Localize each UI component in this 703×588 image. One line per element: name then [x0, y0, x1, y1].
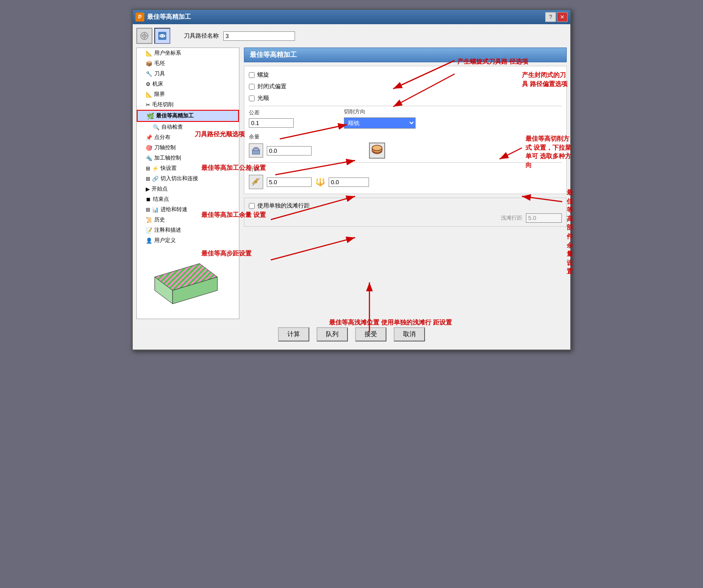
- smooth-checkbox[interactable]: [249, 95, 255, 101]
- scallop-icon: 🔱: [315, 177, 325, 187]
- window-title: 最佳等高精加工: [147, 13, 545, 21]
- component-allowance-annotation: 最佳等高部件余量 设置: [567, 188, 573, 276]
- smooth-annotation: 刀具路径光顺选项: [195, 130, 245, 139]
- preview-3d-shape: [141, 255, 226, 313]
- path-name-label: 刀具路径名称: [184, 32, 219, 40]
- help-button[interactable]: ?: [545, 12, 556, 22]
- tree-item-blank[interactable]: 📦 毛坯: [137, 58, 239, 69]
- tree-item-machine[interactable]: ⚙ 机床: [137, 79, 239, 89]
- top-toolbar: 刀具路径名称: [136, 28, 567, 44]
- spiral-label: 螺旋: [257, 71, 269, 79]
- stepover-section: 行距 🔱: [249, 165, 562, 189]
- accept-button[interactable]: 接受: [355, 327, 386, 342]
- spiral-checkbox[interactable]: [249, 72, 255, 78]
- shallow-annotation: 最佳等高浅滩位置 使用单独的浅滩行 距设置: [329, 318, 452, 327]
- tree-item-stock-cut[interactable]: ✂ 毛坯切削: [137, 99, 239, 110]
- use-shallow-row: 使用单独的浅滩行距: [249, 202, 562, 210]
- tree-item-machining-axis[interactable]: 🔩 加工轴控制: [137, 153, 239, 163]
- closed-annotation: 产生封闭式的刀具 路径偏置选项: [522, 71, 571, 88]
- tree-item-user-def[interactable]: 👤 用户定义: [137, 235, 239, 246]
- right-panel: 最佳等高精加工 螺旋 封闭式偏置: [244, 48, 567, 319]
- spiral-row: 螺旋: [249, 71, 562, 79]
- tolerance-cuttingdir-row: 公差 切削方向 顺铣 逆铣 任意: [249, 108, 562, 129]
- tolerance-label: 公差: [249, 109, 294, 117]
- allowance-label: 余量: [249, 134, 260, 140]
- tree-item-tool-axis[interactable]: 🎯 刀轴控制: [137, 143, 239, 153]
- tree-item-entry-exit[interactable]: ⊞ 🔗 切入切出和连接: [137, 173, 239, 184]
- form-section: 螺旋 封闭式偏置 光顺: [244, 66, 567, 194]
- stepover-row: 🔱: [249, 175, 562, 189]
- cancel-button[interactable]: 取消: [394, 327, 425, 342]
- close-button[interactable]: ✕: [557, 12, 568, 22]
- shallow-section: 使用单独的浅滩行距 浅滩行距: [244, 198, 567, 227]
- tolerance-input[interactable]: [249, 118, 294, 128]
- component-allowance-icon-btn[interactable]: [369, 143, 385, 159]
- closed-offset-row: 封闭式偏置: [249, 82, 562, 91]
- cutting-dir-label: 切削方向: [344, 108, 416, 116]
- path-name-input[interactable]: [223, 31, 295, 41]
- allowance-input[interactable]: [267, 146, 312, 156]
- smooth-label: 光顺: [257, 94, 269, 102]
- tree-item-best-contour[interactable]: 🌿 最佳等高精加工: [137, 110, 239, 122]
- tree-item-notes[interactable]: 📝 注释和描述: [137, 225, 239, 235]
- svg-point-5: [161, 35, 163, 37]
- cutting-dir-group: 切削方向 顺铣 逆铣 任意: [344, 108, 416, 129]
- tree-item-end-point[interactable]: ⏹ 结束点: [137, 194, 239, 204]
- geometry-icon-btn[interactable]: [136, 28, 152, 44]
- tree-item-coordinate[interactable]: 📐 用户坐标系: [137, 48, 239, 58]
- allowance-icon-btn[interactable]: [249, 143, 263, 158]
- toolpath-icon-btn[interactable]: [154, 28, 170, 44]
- stepover-icon-btn[interactable]: [249, 175, 263, 189]
- allowance-section: 余量: [249, 133, 562, 159]
- closed-offset-label: 封闭式偏置: [257, 82, 286, 91]
- smooth-row: 光顺: [249, 94, 562, 102]
- toolbar-icons: [136, 28, 170, 44]
- shallow-dist-input[interactable]: [526, 213, 562, 223]
- shallow-dist-label: 浅滩行距: [501, 214, 522, 222]
- queue-button[interactable]: 队列: [317, 327, 348, 342]
- shallow-dist-row: 浅滩行距: [249, 213, 562, 223]
- allowance-row: [249, 143, 562, 159]
- use-shallow-label: 使用单独的浅滩行距: [257, 202, 310, 210]
- tree-item-limits[interactable]: 📐 限界: [137, 89, 239, 99]
- cutting-dir-select[interactable]: 顺铣 逆铣 任意: [344, 117, 416, 129]
- title-bar: P 最佳等高精加工 ? ✕: [133, 10, 570, 24]
- window-body: 刀具路径名称 📐 用户坐标系 📦 毛坯 🔧: [133, 24, 570, 350]
- tolerance-group: 公差: [249, 109, 294, 128]
- tree-item-tool[interactable]: 🔧 刀具: [137, 69, 239, 79]
- allowance-annotation: 最佳等高加工余量 设置: [201, 211, 266, 220]
- svg-point-24: [372, 145, 382, 151]
- scallop-input[interactable]: [329, 177, 369, 187]
- use-shallow-checkbox[interactable]: [249, 203, 255, 209]
- tree-item-start-point[interactable]: ▶ 开始点: [137, 184, 239, 194]
- svg-rect-18: [253, 148, 259, 151]
- spiral-annotation: 产生螺旋式刀具路 径选项: [457, 57, 528, 66]
- tolerance-annotation: 最佳等高加工公差 设置: [201, 164, 266, 173]
- svg-point-29: [255, 181, 257, 183]
- window-controls: ? ✕: [545, 12, 568, 22]
- calc-button[interactable]: 计算: [278, 327, 309, 342]
- main-content: 📐 用户坐标系 📦 毛坯 🔧 刀具 ⚙ 机床: [136, 48, 567, 319]
- app-icon: P: [135, 13, 144, 22]
- stepover-input[interactable]: [267, 177, 312, 187]
- stepover-annotation: 最佳等高步距设置: [201, 249, 252, 258]
- cutting-dir-annotation: 最佳等高切削方式 设置，下拉菜单可 选取多种方向: [525, 134, 571, 169]
- left-tree-panel: 📐 用户坐标系 📦 毛坯 🔧 刀具 ⚙ 机床: [136, 48, 239, 319]
- closed-offset-checkbox[interactable]: [249, 84, 255, 90]
